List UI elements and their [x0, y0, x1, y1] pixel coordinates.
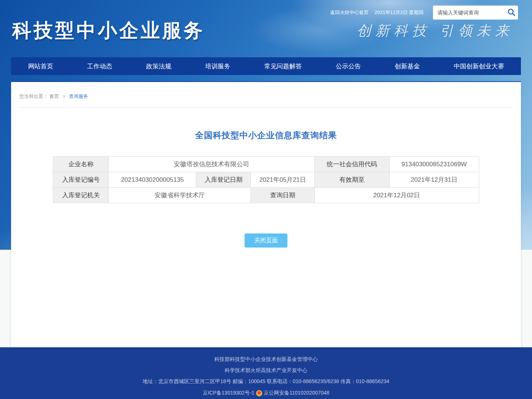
search-button[interactable] — [504, 6, 518, 20]
search-icon — [507, 8, 516, 18]
query-result-table: 企业名称 安徽塔孜信息技术有限公司 统一社会信用代码 9134030008523… — [53, 156, 479, 203]
registration-number-value: 202134030200005135 — [109, 172, 196, 188]
nav-item-training[interactable]: 培训服务 — [205, 62, 230, 71]
breadcrumb: 您当前位置： 首页 > 查询服务 — [19, 82, 513, 108]
site-logo: 科技型中小企业服务 — [12, 18, 205, 44]
query-date-value: 2021年12月02日 — [314, 188, 479, 203]
footer-contact-line: 地址：北京市西城区三里河二区甲18号 邮编：100045 联系电话：010-88… — [0, 379, 532, 384]
table-row: 企业名称 安徽塔孜信息技术有限公司 统一社会信用代码 9134030008523… — [53, 157, 479, 172]
registration-authority-label: 入库登记机关 — [53, 188, 109, 203]
nav-item-innovation-fund[interactable]: 创新基金 — [395, 62, 420, 71]
page-title: 全国科技型中小企业信息库查询结果 — [11, 130, 521, 141]
table-row: 入库登记机关 安徽省科学技术厅 查询日期 2021年12月02日 — [53, 188, 479, 203]
search-box — [433, 6, 518, 20]
page-footer: 科技部科技型中小企业技术创新基金管理中心 科学技术部火炬高技术产业开发中心 地址… — [0, 347, 532, 399]
breadcrumb-current-link[interactable]: 查询服务 — [69, 93, 88, 99]
current-date: 2021年12月2日 星期四 — [375, 9, 423, 16]
nav-item-competition[interactable]: 中国创新创业大赛 — [454, 62, 504, 71]
registration-authority-value: 安徽省科学技术厅 — [109, 188, 251, 203]
breadcrumb-prefix: 您当前位置： — [19, 93, 48, 99]
registration-number-label: 入库登记编号 — [53, 172, 109, 188]
footer-record-line: 京ICP备13019302号-1 京公网安备11010202007048 — [0, 390, 532, 396]
close-page-button[interactable]: 关闭页面 — [245, 233, 287, 248]
query-date-label: 查询日期 — [251, 188, 314, 203]
valid-until-value: 2021年12月31日 — [389, 172, 479, 188]
nav-item-announcements[interactable]: 公示公告 — [336, 62, 361, 71]
nav-item-home[interactable]: 网站首页 — [28, 62, 53, 71]
valid-until-label: 有效期至 — [314, 172, 389, 188]
nav-item-work-news[interactable]: 工作动态 — [87, 62, 112, 71]
police-badge-icon — [256, 390, 262, 396]
footer-org-line-2: 科学技术部火炬高技术产业开发中心 — [0, 368, 532, 373]
icp-record-link[interactable]: 京ICP备13019302号-1 — [202, 390, 254, 396]
primary-nav: 网站首页 工作动态 政策法规 培训服务 常见问题解答 公示公告 创新基金 中国创… — [11, 57, 521, 75]
search-input[interactable] — [433, 6, 504, 20]
registration-date-value: 2021年05月21日 — [251, 172, 314, 188]
breadcrumb-separator: > — [62, 93, 65, 99]
nav-item-policies[interactable]: 政策法规 — [146, 62, 171, 71]
table-row: 入库登记编号 202134030200005135 入库登记日期 2021年05… — [53, 172, 479, 188]
footer-org-line-1: 科技部科技型中小企业技术创新基金管理中心 — [0, 357, 532, 362]
main-panel: 您当前位置： 首页 > 查询服务 全国科技型中小企业信息库查询结果 企业名称 安… — [11, 81, 521, 347]
torch-center-home-link[interactable]: 返回火炬中心首页 — [330, 9, 369, 16]
breadcrumb-home-link[interactable]: 首页 — [50, 93, 59, 99]
credit-code-label: 统一社会信用代码 — [314, 157, 389, 172]
registration-date-label: 入库登记日期 — [196, 172, 251, 188]
credit-code-value: 91340300085231069W — [389, 157, 479, 172]
site-slogan: 创新科技 引领未来 — [357, 21, 514, 40]
police-record-link[interactable]: 京公网安备11010202007048 — [264, 390, 330, 396]
nav-item-faq[interactable]: 常见问题解答 — [264, 62, 302, 71]
company-name-label: 企业名称 — [53, 157, 109, 172]
company-name-value: 安徽塔孜信息技术有限公司 — [109, 157, 314, 172]
